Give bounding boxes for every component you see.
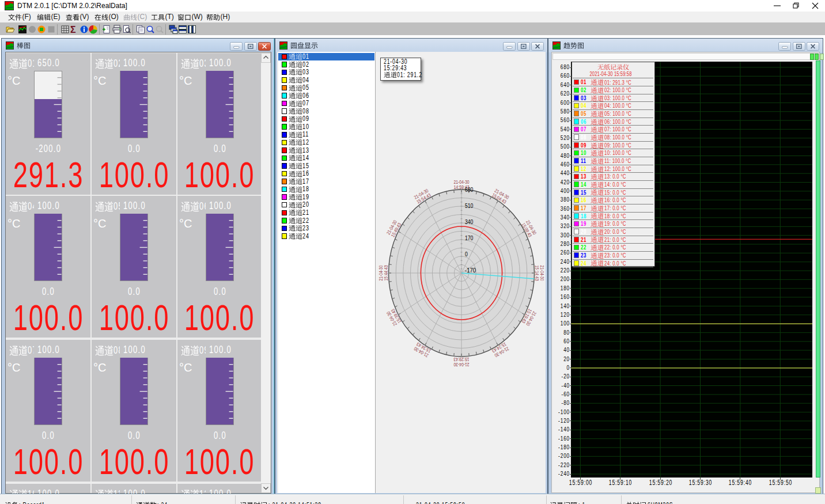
svg-text:680: 680 — [465, 186, 474, 193]
svg-text:0: 0 — [465, 251, 468, 257]
svg-text:170: 170 — [465, 234, 474, 241]
svg-text:-170: -170 — [465, 267, 476, 274]
svg-text:21-04-3015:44:43: 21-04-3015:44:43 — [378, 265, 389, 281]
svg-text:21-04-3015:29:43: 21-04-3015:29:43 — [453, 357, 469, 367]
svg-text:340: 340 — [465, 218, 474, 225]
svg-text:510: 510 — [465, 202, 474, 209]
